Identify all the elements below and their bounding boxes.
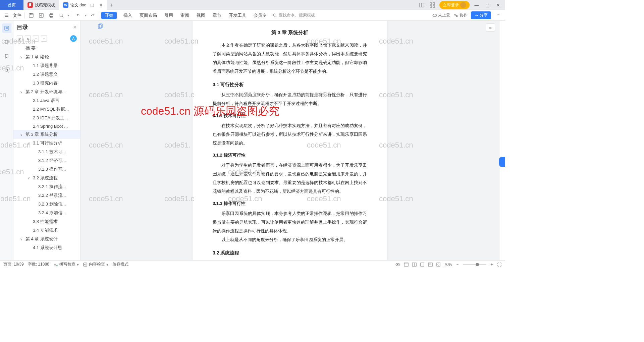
menu-insert[interactable]: 插入 [123,12,133,19]
outline-collapse-icon[interactable]: ∨ [17,36,23,42]
menu-start[interactable]: 开始 [101,12,117,19]
status-compat[interactable]: 兼容模式 [112,262,128,267]
outline-item[interactable]: ∨2.4 Spring Boot ... [13,122,80,130]
zoom-fit-icon[interactable] [436,262,441,267]
outline-item[interactable]: ∨1.2 课题意义 [13,70,80,79]
zoom-in-icon[interactable]: ＋ [490,262,494,267]
outline-item[interactable]: ∨2.3 IDEA 开发工... [13,114,80,122]
chevron-down-icon: ∨ [20,90,24,94]
collab-button[interactable]: 协作 [453,12,468,18]
view-layout3-icon[interactable] [420,262,425,267]
window-close-icon[interactable]: ✕ [494,1,502,9]
preview-icon[interactable] [57,11,65,19]
view-layout2-icon[interactable] [412,262,417,267]
outline-item[interactable]: ∨3.2.3 删除信... [13,200,80,209]
cloud-status[interactable]: 未上云 [432,12,450,18]
svg-rect-37 [421,263,424,266]
outline-item[interactable]: ∨3.2.1 操作流... [13,182,80,191]
outline-panel-icon[interactable] [2,23,11,33]
tab-template[interactable]: 找稻壳模板 [23,0,59,10]
outline-item[interactable]: ∨第 3 章 系统分析 [13,130,80,139]
word-doc-icon: W [63,2,68,8]
saveas-icon[interactable] [37,11,45,19]
bookmark-rail-icon[interactable] [2,38,11,47]
right-rail [499,21,505,260]
command-search[interactable]: 查找命令、搜索模板 [273,12,315,18]
outline-item[interactable]: ∨3.1.3 操作可... [13,165,80,174]
outline-item[interactable]: ∨1.1 课题背景 [13,61,80,70]
view-eye-icon[interactable] [395,262,400,267]
avatar-icon [460,2,466,8]
zoom-out-icon[interactable]: － [455,262,460,267]
outline-item-label: 摘 要 [25,45,36,51]
outline-expand-icon[interactable]: ∧ [25,36,31,42]
view-read-icon[interactable] [428,262,433,267]
login-button[interactable]: 立即登录 [439,1,470,9]
outline-item[interactable]: ∨3.3 性能需求 [13,217,80,226]
chevron-down-icon: ∨ [20,55,24,59]
view-layout1-icon[interactable] [404,262,409,267]
status-page[interactable]: 页面: 10/39 [3,262,24,267]
outline-item[interactable]: ∨3.2.2 登录流... [13,191,80,200]
menu-layout[interactable]: 页面布局 [139,12,158,19]
hamburger-icon[interactable]: ☰ [3,11,11,19]
outline-item[interactable]: ∨摘 要 [13,44,80,53]
zoom-slider[interactable] [463,264,486,265]
zoom-value[interactable]: 70% [444,262,452,267]
outline-item[interactable]: ∨3.1.2 经济可... [13,156,80,165]
search-rail-icon[interactable] [2,66,11,75]
outline-item-label: 3.3 性能需求 [33,219,58,225]
add-tab-button[interactable]: ＋ [107,2,117,9]
tab-document[interactable]: W 论文.doc ▢ ✕ [59,0,107,10]
tab-close-icon[interactable]: ✕ [99,3,103,7]
outline-item[interactable]: ∨第 4 章 系统设计 [13,235,80,243]
window-maximize-icon[interactable]: ▢ [484,1,491,9]
outline-item[interactable]: ∨3.1.1 技术可... [13,148,80,156]
menu-vip[interactable]: 会员专 [253,12,267,19]
outline-item[interactable]: ∨1.3 研究内容 [13,79,80,88]
menu-references[interactable]: 引用 [164,12,174,19]
menu-review[interactable]: 审阅 [180,12,190,19]
file-menu[interactable]: 文件 [13,12,21,18]
doc-h4: 3.1.1 技术可行性 [213,111,367,120]
outline-item[interactable]: ∨第 2 章 开发环境与... [13,88,80,96]
outline-item[interactable]: ∨3.4 功能需求 [13,226,80,235]
status-wordcount[interactable]: 字数: 11886 [28,262,49,267]
document-area[interactable]: ≡ 第 3 章 系统分析 本文作者在确定了研究的课题之后，从各大数字图书馆下载文… [80,21,499,260]
undo-icon[interactable] [75,11,83,19]
share-button[interactable]: 分享 [471,11,491,19]
outline-item[interactable]: ∨4.1 系统设计思 [13,243,80,252]
outline-item[interactable]: ∨2.1 Java 语言 [13,96,80,105]
menu-chapter[interactable]: 章节 [212,12,222,19]
right-panel-toggle-icon[interactable]: ≡ [486,23,495,32]
redo-icon[interactable] [89,11,97,19]
outline-item[interactable]: ∨3.2 系统流程 [13,174,80,182]
ribbon-rail-icon[interactable] [2,52,11,61]
tab-popout-icon[interactable]: ▢ [90,3,94,7]
layout-icon[interactable] [418,1,425,9]
ai-assistant-icon[interactable]: A [70,35,77,42]
outline-item[interactable]: ∨3.2.4 添加信... [13,209,80,217]
save-icon[interactable] [27,11,35,19]
apps-icon[interactable] [429,1,436,9]
outline-item[interactable]: ∨2.2 MYSQL 数据... [13,105,80,114]
menu-devtools[interactable]: 开发工具 [228,12,247,19]
menu-view[interactable]: 视图 [196,12,206,19]
window-minimize-icon[interactable]: — [473,1,480,9]
tab-home[interactable]: 首页 [0,0,23,10]
feedback-tab[interactable] [499,157,505,167]
outline-add-icon[interactable]: ＋ [33,36,39,42]
docer-icon [28,2,33,8]
sidebar-close-icon[interactable]: ✕ [73,25,77,30]
outline-item[interactable]: ∨3.1 可行性分析 [13,139,80,148]
svg-rect-29 [84,263,87,266]
outline-item[interactable]: ∨第 1 章 绪论 [13,53,80,61]
page-copy-icon[interactable] [97,23,103,30]
status-spellcheck[interactable]: 拼写检查▾ [53,262,79,267]
fullscreen-icon[interactable] [497,262,502,267]
print-icon[interactable] [47,11,55,19]
outline-remove-icon[interactable]: － [41,36,47,42]
status-contentcheck[interactable]: 内容检查▾ [83,262,108,267]
outline-sidebar: 目录 ✕ ∨ ∧ ＋ － A ∨摘 要∨第 1 章 绪论∨1.1 课题背景∨1.… [13,21,80,260]
collapse-ribbon-icon[interactable]: ⌃ [494,11,502,19]
